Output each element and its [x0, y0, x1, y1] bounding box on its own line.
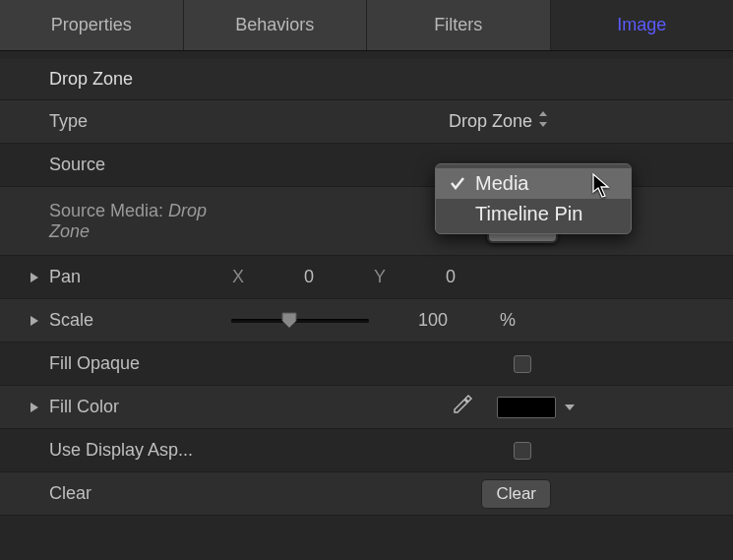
disclosure-triangle-icon[interactable] — [28, 271, 41, 284]
fill-opaque-checkbox[interactable] — [514, 355, 531, 373]
menu-item-media[interactable]: Media — [436, 168, 631, 199]
clear-label: Clear — [49, 483, 226, 504]
use-display-aspect-label: Use Display Asp... — [49, 440, 226, 461]
type-popup[interactable]: Drop Zone — [441, 109, 556, 134]
eyedropper-icon[interactable] — [452, 394, 473, 420]
tab-image[interactable]: Image — [551, 0, 734, 50]
slider-thumb-icon — [280, 311, 298, 329]
clear-button[interactable]: Clear — [481, 479, 551, 509]
row-fill-color: Fill Color — [0, 386, 733, 429]
type-label: Type — [49, 111, 226, 132]
fill-color-label: Fill Color — [49, 397, 226, 417]
pan-y-axis-label: Y — [368, 267, 392, 287]
source-label: Source — [49, 155, 226, 175]
pan-y-value[interactable]: 0 — [392, 267, 510, 287]
inspector-tabbar: Properties Behaviors Filters Image — [0, 0, 733, 51]
pan-x-axis-label: X — [226, 267, 250, 287]
updown-icon — [538, 111, 548, 132]
checkmark-icon — [450, 172, 467, 195]
row-scale: Scale 100 % — [0, 299, 733, 342]
fill-color-swatch[interactable] — [497, 397, 556, 418]
row-clear: Clear Clear — [0, 472, 733, 516]
pan-label: Pan — [49, 267, 226, 287]
scale-slider[interactable] — [231, 319, 369, 323]
disclosure-triangle-icon[interactable] — [28, 314, 41, 328]
scale-value[interactable]: 100 — [374, 310, 492, 331]
row-fill-opaque: Fill Opaque — [0, 342, 733, 386]
row-use-display-aspect: Use Display Asp... — [0, 429, 733, 472]
chevron-down-icon[interactable] — [564, 404, 576, 411]
source-popup-menu: Media Timeline Pin — [435, 163, 632, 234]
tab-behaviors[interactable]: Behaviors — [184, 0, 368, 50]
tab-properties[interactable]: Properties — [0, 0, 184, 50]
menu-item-timeline-pin[interactable]: Timeline Pin — [436, 199, 631, 229]
row-type: Type Drop Zone — [0, 100, 733, 144]
section-header: Drop Zone — [0, 59, 733, 100]
tab-filters[interactable]: Filters — [367, 0, 551, 50]
scale-label: Scale — [49, 310, 226, 331]
source-media-label: Source Media: Drop Zone — [49, 201, 226, 242]
scale-unit: % — [500, 310, 516, 331]
disclosure-triangle-icon[interactable] — [28, 401, 41, 414]
pan-x-value[interactable]: 0 — [250, 267, 368, 287]
row-pan: Pan X 0 Y 0 — [0, 256, 733, 299]
use-display-aspect-checkbox[interactable] — [514, 442, 531, 460]
fill-opaque-label: Fill Opaque — [49, 353, 226, 374]
